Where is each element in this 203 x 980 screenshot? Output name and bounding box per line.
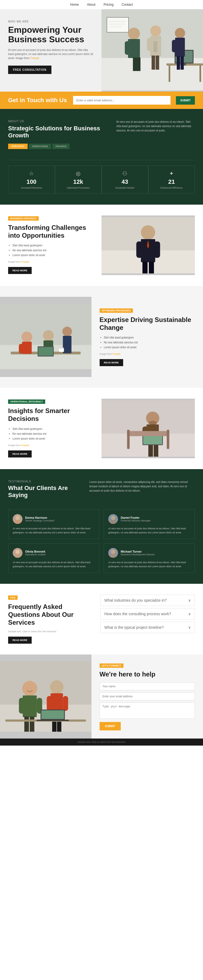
faq-left: FAQ Frequently Asked Questions About Our… — [8, 595, 92, 644]
testimonials-tag: TESTIMONIALS — [8, 480, 83, 483]
stat-processes-number: 12k — [57, 178, 99, 185]
test-text-4: At vero eos et accusam et justo duo dolo… — [108, 560, 190, 568]
nav-about[interactable]: About — [87, 3, 95, 6]
oe-list-item: No sea takimata sanctus est — [13, 431, 94, 436]
svg-point-19 — [175, 28, 185, 38]
hero-section: WHO WE ARE Empowering Your Business Succ… — [0, 9, 203, 92]
faq-item-2[interactable]: How does the consulting process work? ∨ — [100, 608, 195, 620]
op-read-more[interactable]: READ MORE — [100, 359, 123, 366]
svg-rect-64 — [167, 430, 169, 449]
svg-rect-9 — [128, 39, 140, 58]
test-author-info-1: Emma Harrison Senior Strategy Consultant — [25, 516, 54, 522]
stat-revenue-label: Increased Revenue — [11, 186, 52, 189]
navigation: Home About Pricing Contact — [0, 0, 203, 9]
oe-title: Insights for Smarter Decisions — [8, 407, 94, 423]
svg-rect-35 — [149, 261, 154, 273]
faq-read-more[interactable]: READ MORE — [8, 636, 32, 644]
consultation-button[interactable]: FREE CONSULTATION — [8, 65, 51, 74]
contact-tag: LET'S CONNECT — [100, 663, 124, 668]
faq-question-text-3: What is the typical project timeline? — [105, 625, 164, 630]
test-author-info-2: Daniel Foster Financial Advisory Manager — [121, 516, 151, 522]
test-role-2: Financial Advisory Manager — [121, 519, 151, 522]
bs-content: BUSINESS STRATEGY Transforming Challenge… — [8, 215, 94, 274]
testimonial-card-3: Olivia Bennett Operations Analyst At ver… — [8, 543, 99, 573]
svg-rect-3 — [169, 65, 170, 82]
avatar-michael — [108, 548, 118, 558]
stat-market-label: Expanded Market — [104, 186, 146, 189]
svg-rect-11 — [133, 57, 137, 71]
hero-content: WHO WE ARE Empowering Your Business Succ… — [0, 9, 102, 92]
nav-pricing[interactable]: Pricing — [104, 3, 114, 6]
svg-point-69 — [111, 516, 115, 520]
op-title: Expertise Driving Sustainable Change — [100, 316, 195, 332]
svg-rect-17 — [152, 56, 155, 70]
svg-point-55 — [149, 421, 157, 425]
submit-email-button[interactable]: SUBMIT — [176, 96, 195, 105]
op-list-item: Stet clita kasd gubergren — [104, 335, 195, 340]
oe-content: OPERATIONAL EFFICIENCY Insights for Smar… — [8, 399, 94, 458]
op-image — [0, 297, 92, 377]
faq-question-text-1: What industries do you specialize in? — [105, 598, 167, 603]
test-text-1: At vero eos et accusam et justo duo dolo… — [13, 527, 95, 535]
faq-tag: FAQ — [8, 595, 17, 600]
tab-finance[interactable]: FINANCE — [52, 144, 70, 149]
test-author-3: Olivia Bennett Operations Analyst — [13, 548, 95, 558]
contact-title: We're here to help — [100, 670, 195, 678]
faq-question-text-2: How does the consulting process work? — [105, 612, 171, 616]
freepik-link[interactable]: Freepik — [30, 57, 39, 60]
faq-item-3[interactable]: What is the typical project timeline? ∨ — [100, 622, 195, 633]
svg-point-51 — [59, 347, 64, 349]
svg-point-46 — [62, 326, 72, 336]
faq-question-1[interactable]: What industries do you specialize in? ∨ — [101, 595, 195, 606]
testimonial-card-2: Daniel Foster Financial Advisory Manager… — [104, 509, 195, 539]
testimonial-card-1: Emma Harrison Senior Strategy Consultant… — [8, 509, 99, 539]
faq-section: FAQ Frequently Asked Questions About Our… — [0, 584, 203, 654]
test-name-2: Daniel Foster — [121, 516, 151, 519]
faq-question-2[interactable]: How does the consulting process work? ∨ — [101, 608, 195, 619]
stat-revenue-number: 100 — [11, 178, 52, 185]
contact-content: LET'S CONNECT We're here to help SUBMIT — [92, 654, 203, 738]
svg-rect-93 — [41, 710, 64, 719]
oe-list-item: Lorem ipsum dolor sit amet — [13, 436, 94, 441]
svg-rect-43 — [19, 344, 24, 354]
nav-contact[interactable]: Contact — [122, 3, 133, 6]
svg-rect-87 — [47, 696, 52, 711]
svg-rect-16 — [154, 41, 157, 52]
bs-list-item: No sea takimata sanctus est — [13, 248, 94, 253]
svg-rect-84 — [30, 717, 34, 732]
svg-point-72 — [16, 550, 20, 554]
email-input[interactable] — [73, 96, 171, 105]
contact-email-input[interactable] — [100, 692, 195, 700]
oe-read-more[interactable]: READ MORE — [8, 450, 32, 458]
contact-message-input[interactable] — [100, 703, 195, 719]
faq-item-1[interactable]: What industries do you specialize in? ∨ — [100, 595, 195, 606]
tab-strategy[interactable]: STRATEGY — [8, 144, 28, 149]
hero-tag: WHO WE ARE — [8, 20, 94, 23]
svg-point-8 — [128, 28, 140, 40]
test-author-info-3: Olivia Bennett Operations Analyst — [25, 550, 46, 556]
about-tag: ABOUT US — [8, 120, 111, 123]
stat-efficiency-label: Enhanced Efficiency — [151, 186, 193, 189]
test-role-3: Operations Analyst — [25, 553, 46, 556]
op-list-item: No sea takimata sanctus est — [104, 340, 195, 345]
tab-operations[interactable]: OPERATIONS — [29, 144, 51, 149]
bs-read-more[interactable]: READ MORE — [8, 267, 32, 274]
svg-rect-12 — [137, 57, 141, 71]
faq-question-3[interactable]: What is the typical project timeline? ∨ — [101, 622, 195, 633]
nav-home[interactable]: Home — [70, 3, 79, 6]
svg-point-66 — [16, 516, 20, 520]
bs-title: Transforming Challenges into Opportuniti… — [8, 224, 94, 240]
about-title: Strategic Solutions for Business Growth — [8, 125, 111, 139]
stat-processes-label: Optimized Processes — [57, 186, 99, 189]
test-name-3: Olivia Bennett — [25, 550, 46, 553]
oe-list-item: Stet clita kasd gubergren — [13, 426, 94, 431]
bs-tag: BUSINESS STRATEGY — [8, 216, 39, 221]
contact-name-input[interactable] — [100, 682, 195, 690]
testimonials-grid: Emma Harrison Senior Strategy Consultant… — [8, 509, 195, 573]
contact-submit-button[interactable]: SUBMIT — [100, 722, 121, 730]
gear-icon: ✦ — [151, 170, 193, 177]
faq-sample: Sample text. Click to select the Text El… — [8, 630, 92, 633]
svg-rect-10 — [125, 41, 130, 55]
svg-rect-22 — [177, 56, 180, 70]
contact-illustration — [0, 661, 92, 732]
